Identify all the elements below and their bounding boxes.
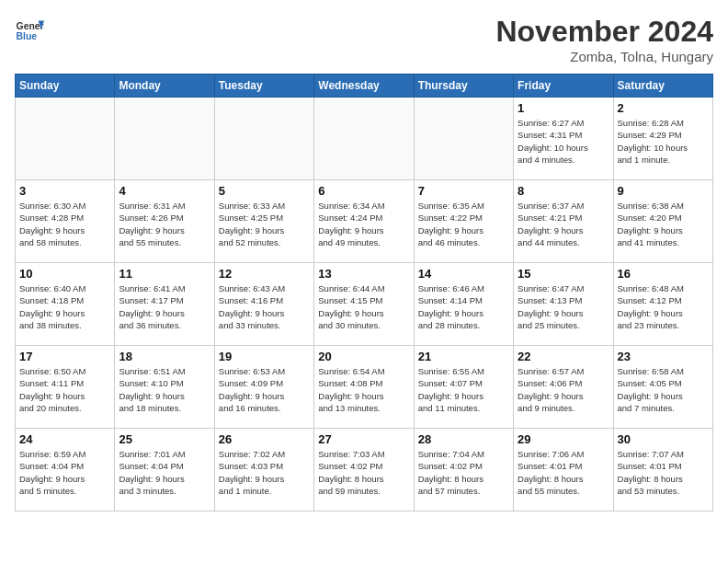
day-info: Sunrise: 7:04 AM Sunset: 4:02 PM Dayligh… <box>418 448 509 497</box>
weekday-header: Sunday <box>16 75 115 98</box>
calendar-cell <box>314 98 414 180</box>
calendar-week-row: 10Sunrise: 6:40 AM Sunset: 4:18 PM Dayli… <box>16 263 713 346</box>
calendar-cell: 19Sunrise: 6:53 AM Sunset: 4:09 PM Dayli… <box>214 346 313 429</box>
day-number: 10 <box>19 267 110 281</box>
day-info: Sunrise: 6:58 AM Sunset: 4:05 PM Dayligh… <box>618 365 709 414</box>
day-number: 17 <box>19 350 110 363</box>
day-number: 29 <box>518 432 609 446</box>
calendar-cell: 12Sunrise: 6:43 AM Sunset: 4:16 PM Dayli… <box>214 263 313 346</box>
month-title: November 2024 <box>495 15 713 49</box>
calendar-week-row: 17Sunrise: 6:50 AM Sunset: 4:11 PM Dayli… <box>16 346 713 429</box>
calendar-header-row: SundayMondayTuesdayWednesdayThursdayFrid… <box>16 75 713 98</box>
day-info: Sunrise: 6:57 AM Sunset: 4:06 PM Dayligh… <box>518 365 609 414</box>
day-number: 16 <box>618 267 709 281</box>
calendar-cell: 21Sunrise: 6:55 AM Sunset: 4:07 PM Dayli… <box>414 346 513 429</box>
day-number: 1 <box>518 101 609 115</box>
day-info: Sunrise: 6:43 AM Sunset: 4:16 PM Dayligh… <box>219 282 310 331</box>
weekday-header: Friday <box>514 75 613 98</box>
day-info: Sunrise: 7:06 AM Sunset: 4:01 PM Dayligh… <box>518 448 609 497</box>
calendar-cell <box>414 98 513 180</box>
weekday-header: Thursday <box>414 75 513 98</box>
calendar-cell: 27Sunrise: 7:03 AM Sunset: 4:02 PM Dayli… <box>314 429 414 511</box>
day-info: Sunrise: 6:28 AM Sunset: 4:29 PM Dayligh… <box>618 117 709 166</box>
calendar-cell: 25Sunrise: 7:01 AM Sunset: 4:04 PM Dayli… <box>115 429 214 511</box>
day-info: Sunrise: 6:55 AM Sunset: 4:07 PM Dayligh… <box>418 365 509 414</box>
calendar-cell <box>214 98 313 180</box>
svg-text:Blue: Blue <box>17 31 38 41</box>
day-number: 3 <box>19 184 110 198</box>
day-info: Sunrise: 6:44 AM Sunset: 4:15 PM Dayligh… <box>318 282 409 331</box>
calendar-cell: 23Sunrise: 6:58 AM Sunset: 4:05 PM Dayli… <box>613 346 712 429</box>
day-number: 25 <box>119 432 210 446</box>
day-number: 6 <box>318 184 409 198</box>
calendar-cell: 10Sunrise: 6:40 AM Sunset: 4:18 PM Dayli… <box>16 263 115 346</box>
day-number: 27 <box>318 432 409 446</box>
location: Zomba, Tolna, Hungary <box>495 49 713 64</box>
calendar-cell: 9Sunrise: 6:38 AM Sunset: 4:20 PM Daylig… <box>613 180 712 263</box>
day-info: Sunrise: 7:02 AM Sunset: 4:03 PM Dayligh… <box>219 448 310 497</box>
day-info: Sunrise: 6:37 AM Sunset: 4:21 PM Dayligh… <box>518 200 609 248</box>
day-number: 26 <box>219 432 310 446</box>
day-number: 12 <box>219 267 310 281</box>
day-info: Sunrise: 6:30 AM Sunset: 4:28 PM Dayligh… <box>19 200 110 248</box>
day-number: 15 <box>518 267 609 281</box>
calendar-cell <box>115 98 214 180</box>
day-info: Sunrise: 6:31 AM Sunset: 4:26 PM Dayligh… <box>119 200 210 248</box>
day-info: Sunrise: 7:07 AM Sunset: 4:01 PM Dayligh… <box>618 448 709 497</box>
day-number: 9 <box>618 184 709 198</box>
day-number: 2 <box>618 101 709 115</box>
day-number: 30 <box>618 432 709 446</box>
calendar-cell: 5Sunrise: 6:33 AM Sunset: 4:25 PM Daylig… <box>214 180 313 263</box>
calendar-cell: 28Sunrise: 7:04 AM Sunset: 4:02 PM Dayli… <box>414 429 513 511</box>
calendar-week-row: 24Sunrise: 6:59 AM Sunset: 4:04 PM Dayli… <box>16 429 713 511</box>
calendar-cell: 8Sunrise: 6:37 AM Sunset: 4:21 PM Daylig… <box>514 180 613 263</box>
weekday-header: Saturday <box>613 75 712 98</box>
day-info: Sunrise: 6:40 AM Sunset: 4:18 PM Dayligh… <box>19 282 110 331</box>
day-info: Sunrise: 6:48 AM Sunset: 4:12 PM Dayligh… <box>618 282 709 331</box>
day-number: 28 <box>418 432 509 446</box>
weekday-header: Wednesday <box>314 75 414 98</box>
day-info: Sunrise: 6:53 AM Sunset: 4:09 PM Dayligh… <box>219 365 310 414</box>
calendar-cell: 6Sunrise: 6:34 AM Sunset: 4:24 PM Daylig… <box>314 180 414 263</box>
calendar-cell: 2Sunrise: 6:28 AM Sunset: 4:29 PM Daylig… <box>613 98 712 180</box>
day-info: Sunrise: 6:27 AM Sunset: 4:31 PM Dayligh… <box>518 117 609 166</box>
title-block: November 2024 Zomba, Tolna, Hungary <box>495 15 713 64</box>
calendar-cell: 30Sunrise: 7:07 AM Sunset: 4:01 PM Dayli… <box>613 429 712 511</box>
calendar-week-row: 1Sunrise: 6:27 AM Sunset: 4:31 PM Daylig… <box>16 98 713 180</box>
weekday-header: Monday <box>115 75 214 98</box>
day-info: Sunrise: 6:51 AM Sunset: 4:10 PM Dayligh… <box>119 365 210 414</box>
day-info: Sunrise: 6:54 AM Sunset: 4:08 PM Dayligh… <box>318 365 409 414</box>
calendar-cell: 15Sunrise: 6:47 AM Sunset: 4:13 PM Dayli… <box>514 263 613 346</box>
calendar-cell: 7Sunrise: 6:35 AM Sunset: 4:22 PM Daylig… <box>414 180 513 263</box>
calendar-cell: 11Sunrise: 6:41 AM Sunset: 4:17 PM Dayli… <box>115 263 214 346</box>
day-number: 21 <box>418 350 509 363</box>
day-number: 13 <box>318 267 409 281</box>
day-number: 24 <box>19 432 110 446</box>
calendar-cell: 13Sunrise: 6:44 AM Sunset: 4:15 PM Dayli… <box>314 263 414 346</box>
day-info: Sunrise: 6:38 AM Sunset: 4:20 PM Dayligh… <box>618 200 709 248</box>
day-number: 11 <box>119 267 210 281</box>
day-number: 18 <box>119 350 210 363</box>
calendar-cell: 20Sunrise: 6:54 AM Sunset: 4:08 PM Dayli… <box>314 346 414 429</box>
day-number: 22 <box>518 350 609 363</box>
day-number: 5 <box>219 184 310 198</box>
calendar-cell: 24Sunrise: 6:59 AM Sunset: 4:04 PM Dayli… <box>16 429 115 511</box>
calendar-cell: 14Sunrise: 6:46 AM Sunset: 4:14 PM Dayli… <box>414 263 513 346</box>
day-info: Sunrise: 6:59 AM Sunset: 4:04 PM Dayligh… <box>19 448 110 497</box>
calendar-week-row: 3Sunrise: 6:30 AM Sunset: 4:28 PM Daylig… <box>16 180 713 263</box>
day-number: 8 <box>518 184 609 198</box>
weekday-header: Tuesday <box>214 75 313 98</box>
logo-icon: General Blue <box>15 15 44 44</box>
day-info: Sunrise: 6:47 AM Sunset: 4:13 PM Dayligh… <box>518 282 609 331</box>
calendar-cell: 1Sunrise: 6:27 AM Sunset: 4:31 PM Daylig… <box>514 98 613 180</box>
calendar-cell: 16Sunrise: 6:48 AM Sunset: 4:12 PM Dayli… <box>613 263 712 346</box>
day-number: 20 <box>318 350 409 363</box>
day-info: Sunrise: 6:35 AM Sunset: 4:22 PM Dayligh… <box>418 200 509 248</box>
calendar-cell: 4Sunrise: 6:31 AM Sunset: 4:26 PM Daylig… <box>115 180 214 263</box>
day-number: 4 <box>119 184 210 198</box>
day-info: Sunrise: 6:50 AM Sunset: 4:11 PM Dayligh… <box>19 365 110 414</box>
calendar-cell: 18Sunrise: 6:51 AM Sunset: 4:10 PM Dayli… <box>115 346 214 429</box>
day-info: Sunrise: 6:34 AM Sunset: 4:24 PM Dayligh… <box>318 200 409 248</box>
calendar-cell: 22Sunrise: 6:57 AM Sunset: 4:06 PM Dayli… <box>514 346 613 429</box>
day-info: Sunrise: 7:03 AM Sunset: 4:02 PM Dayligh… <box>318 448 409 497</box>
